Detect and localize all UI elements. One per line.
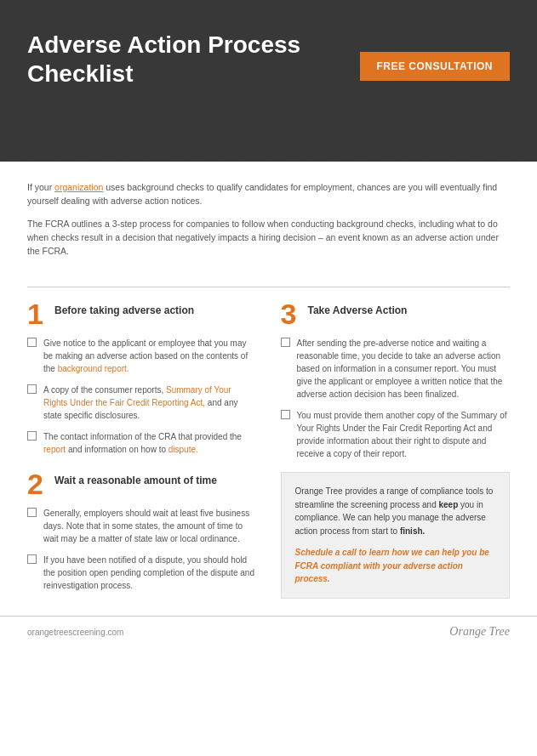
section-1-title: Before taking adverse action [54, 299, 194, 318]
list-item: You must provide them another copy of th… [281, 409, 511, 460]
section-3-title: Take Adverse Action [308, 299, 408, 318]
main-content: 1 Before taking adverse action Give noti… [0, 299, 537, 609]
page-title: Adverse Action Process Checklist [27, 31, 342, 88]
footer: orangetreescreening.com Orange Tree [0, 616, 537, 647]
checklist-text-1-2: A copy of the consumer reports, Summary … [43, 384, 257, 422]
checklist-text-1-1: Give notice to the applicant or employee… [43, 337, 257, 375]
free-consultation-button[interactable]: FREE CONSULTATION [360, 52, 511, 81]
section-3-header: 3 Take Adverse Action [281, 299, 511, 328]
section-1-number: 1 [27, 299, 48, 328]
section-2-header: 2 Wait a reasonable amount of time [27, 469, 257, 498]
footer-brand: Orange Tree [449, 625, 510, 639]
intro-section: If your organization uses background che… [0, 162, 537, 275]
intro-paragraph-2: The FCRA outlines a 3-step process for c… [27, 217, 510, 259]
checkbox-1-3[interactable] [27, 431, 37, 441]
section-1-header: 1 Before taking adverse action [27, 299, 257, 328]
checklist-text-3-1: After sending the pre-adverse notice and… [297, 337, 511, 401]
checklist-text-2-2: If you have been notified of a dispute, … [43, 554, 257, 592]
checkbox-2-2[interactable] [27, 554, 37, 564]
intro-paragraph-1: If your organization uses background che… [27, 180, 510, 208]
header: Adverse Action Process Checklist FREE CO… [0, 0, 537, 162]
cta-text-2: Schedule a call to learn how we can help… [295, 546, 496, 586]
checklist-text-1-3: The contact information of the CRA that … [43, 430, 257, 456]
list-item: A copy of the consumer reports, Summary … [27, 384, 257, 422]
section-3-number: 3 [281, 299, 301, 328]
list-item: Generally, employers should wait at leas… [27, 507, 257, 545]
list-item: Give notice to the applicant or employee… [27, 337, 257, 375]
checkbox-3-1[interactable] [281, 338, 290, 347]
checkbox-3-2[interactable] [281, 410, 290, 419]
section-2-number: 2 [27, 469, 48, 498]
left-column: 1 Before taking adverse action Give noti… [27, 299, 257, 600]
right-column: 3 Take Adverse Action After sending the … [281, 299, 511, 600]
checkbox-2-1[interactable] [27, 508, 37, 517]
list-item: The contact information of the CRA that … [27, 430, 257, 456]
schedule-link[interactable]: Schedule a call [295, 548, 357, 557]
checklist-text-2-1: Generally, employers should wait at leas… [43, 507, 257, 545]
checklist-text-3-2: You must provide them another copy of th… [297, 409, 511, 460]
section-divider [27, 287, 510, 287]
org-link: organization [54, 182, 103, 192]
list-item: If you have been notified of a dispute, … [27, 554, 257, 592]
section-2-title: Wait a reasonable amount of time [54, 469, 217, 488]
cta-box: Orange Tree provides a range of complian… [281, 472, 511, 599]
list-item: After sending the pre-adverse notice and… [281, 337, 511, 401]
checkbox-1-2[interactable] [27, 384, 37, 394]
checkbox-1-1[interactable] [27, 338, 37, 347]
footer-website: orangetreescreening.com [27, 628, 123, 637]
cta-text-1: Orange Tree provides a range of complian… [295, 485, 496, 537]
